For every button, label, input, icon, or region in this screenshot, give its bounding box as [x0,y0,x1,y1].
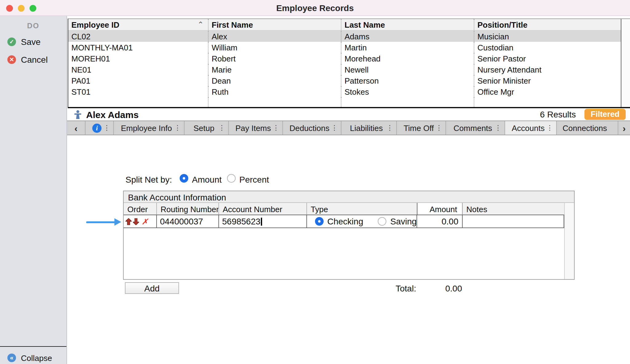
collapse-label: Collapse [21,353,52,362]
column-header-first-name[interactable]: First Name [209,19,341,30]
tab-menu-icon[interactable]: ⋮ [386,125,393,131]
savings-radio[interactable] [378,217,387,226]
filtered-badge[interactable]: Filtered [584,109,626,120]
bank-account-groupbox: Bank Account Information Order Routing N… [123,191,575,280]
title-bar: Employee Records [0,0,630,16]
account-number-input[interactable]: 56985623 [219,215,307,228]
sidebar-divider [0,346,66,347]
delete-row-icon[interactable]: ✗ [142,217,148,226]
record-name: Alex Adams [86,109,139,120]
table-row[interactable]: MOREH01 Robert Morehead Senior Pastor [68,53,621,64]
employee-table-header-row: Employee ID ⌃ First Name Last Name Posit… [68,19,621,31]
bank-column-order: Order [124,203,157,215]
zoom-window-button[interactable] [30,5,36,11]
bank-column-amount[interactable]: Amount [417,203,463,215]
info-icon: i [92,123,102,133]
tab-menu-icon[interactable]: ⋮ [495,125,501,131]
bank-table-scrollbar[interactable] [564,203,574,279]
tab-setup[interactable]: Setup ⋮ [185,121,229,135]
person-icon [74,110,82,119]
split-percent-radio[interactable] [227,174,236,183]
table-row[interactable]: ST01 Ruth Stokes Office Mgr [68,86,621,97]
collapse-button[interactable]: « Collapse [0,352,66,364]
table-row[interactable]: CL02 Alex Adams Musician [68,31,621,42]
tabs-scroll-left-button[interactable]: ‹ [67,121,86,135]
tab-liabilities[interactable]: Liabilities ⋮ [341,121,397,135]
bank-column-routing-number: Routing Number [157,203,219,215]
amount-input[interactable]: 0.00 [417,215,463,228]
save-label: Save [21,37,41,47]
cell-first-name: Robert [209,53,341,64]
bank-account-group-title: Bank Account Information [124,191,574,203]
employee-records-window: Employee Records DO ✓ Save ✕ Cancel « Co… [0,0,630,364]
table-row[interactable]: PA01 Dean Patterson Senior Minister [68,75,621,86]
table-row[interactable]: NE01 Marie Newell Nursery Attendant [68,64,621,75]
column-header-position-title[interactable]: Position/Title [474,19,621,30]
savings-label: Savings [390,216,417,226]
tab-info[interactable]: i ⋮ [86,121,114,135]
cell-position: Nursery Attendant [474,64,621,75]
move-down-icon[interactable] [133,218,139,225]
cancel-button[interactable]: ✕ Cancel [0,53,66,66]
column-header-employee-id[interactable]: Employee ID ⌃ [68,19,209,30]
tab-comments[interactable]: Comments ⋮ [446,121,505,135]
collapse-chevrons-icon: « [7,354,16,362]
save-check-icon: ✓ [7,38,16,46]
do-sidebar: DO ✓ Save ✕ Cancel « Collapse [0,16,67,364]
employee-table: Employee ID ⌃ First Name Last Name Posit… [68,18,630,108]
bank-column-notes: Notes [463,203,564,215]
employee-table-grid: Employee ID ⌃ First Name Last Name Posit… [68,19,621,107]
tab-deductions[interactable]: Deductions ⋮ [283,121,341,135]
employee-table-scrollbar[interactable] [621,19,630,107]
tab-menu-icon[interactable]: ⋮ [331,125,338,131]
tab-time-off[interactable]: Time Off ⋮ [397,121,446,135]
tab-employee-info[interactable]: Employee Info ⋮ [114,121,185,135]
routing-number-input[interactable]: 044000037 [157,215,219,228]
split-amount-label: Amount [192,175,222,184]
cell-last-name: Stokes [341,86,474,97]
tab-bar: ‹ i ⋮ Employee Info ⋮ Setup ⋮ Pay Items … [67,121,630,135]
split-amount-radio[interactable] [180,174,188,183]
split-percent-label: Percent [239,175,269,184]
cell-first-name: Alex [209,31,341,42]
cell-first-name: William [209,42,341,53]
cell-employee-id: MOREH01 [68,53,209,64]
add-account-button[interactable]: Add [125,282,179,294]
tabs-scroll-right-button[interactable]: › [618,121,630,135]
tab-menu-icon[interactable]: ⋮ [174,125,181,131]
tab-menu-icon[interactable]: ⋮ [273,125,279,131]
total-label: Total: [396,283,416,293]
window-title: Employee Records [276,3,354,13]
cell-last-name: Newell [341,64,474,75]
tab-menu-icon[interactable]: ⋮ [103,125,110,131]
text-caret [261,217,262,225]
minimize-window-button[interactable] [18,5,25,11]
cell-position: Custodian [474,42,621,53]
cell-employee-id: CL02 [68,31,209,42]
tab-menu-icon[interactable]: ⋮ [218,125,225,131]
table-empty-area [68,97,621,107]
cell-first-name: Dean [209,75,341,86]
cell-first-name: Ruth [209,86,341,97]
checking-radio[interactable] [315,217,324,226]
cell-position: Senior Minister [474,75,621,86]
column-header-last-name[interactable]: Last Name [341,19,474,30]
tab-menu-icon[interactable]: ⋮ [546,125,553,131]
close-window-button[interactable] [6,5,13,11]
cell-last-name: Morehead [341,53,474,64]
tab-menu-icon[interactable]: ⋮ [436,125,442,131]
record-header-right: 6 Results Filtered [540,109,630,120]
cell-first-name: Marie [209,64,341,75]
bank-account-row: ✗ 044000037 56985623 Checking Savings 0.… [124,215,564,228]
notes-input[interactable] [463,215,564,228]
move-up-icon[interactable] [126,218,132,225]
sidebar-header: DO [0,22,66,30]
tab-connections[interactable]: Connections [557,121,618,135]
results-count: 6 Results [540,109,576,119]
table-row[interactable]: MONTHLY-MA01 William Martin Custodian [68,42,621,53]
save-button[interactable]: ✓ Save [0,36,66,48]
tab-pay-items[interactable]: Pay Items ⋮ [229,121,283,135]
tab-accounts[interactable]: Accounts ⋮ [505,121,557,135]
cell-employee-id: MONTHLY-MA01 [68,42,209,53]
bank-table-header-row: Order Routing Number Account Number Type… [124,203,564,215]
